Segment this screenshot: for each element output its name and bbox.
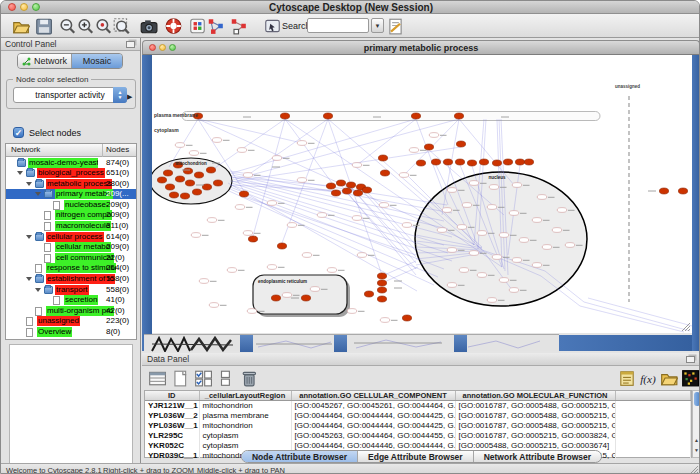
select-nodes-checkbox[interactable]: ✓	[13, 127, 24, 138]
tree-row[interactable]: macromolecule311(0)	[6, 221, 136, 232]
table-cell[interactable]: cytoplasm	[199, 441, 291, 451]
zoom-fit-icon[interactable]	[112, 17, 131, 35]
tree-row[interactable]: metabolic process280(0)	[6, 178, 136, 189]
tree-row[interactable]: mosaic-demo-yeast874(0)	[6, 157, 136, 168]
gene-node[interactable]	[206, 167, 215, 173]
gene-node[interactable]	[342, 188, 351, 194]
attribute-table-header[interactable]: ID_cellularLayoutRegionannotation.GO CEL…	[145, 391, 691, 401]
gene-node[interactable]	[659, 188, 668, 194]
gene-node[interactable]	[194, 172, 203, 178]
tree-row[interactable]: primary metabo209(...	[6, 189, 136, 200]
window-titlebar[interactable]: Cytoscape Desktop (New Session)	[1, 1, 700, 14]
gene-node[interactable]	[377, 273, 386, 279]
table-cell[interactable]: [GO:0016787, GO:0005488, GO:0005215, G..…	[455, 421, 615, 431]
background-windows-strip[interactable]	[144, 334, 559, 351]
gene-node[interactable]	[175, 176, 184, 182]
gene-node[interactable]	[323, 113, 332, 119]
disclosure-triangle-icon[interactable]	[26, 277, 32, 281]
table-cell[interactable]: [GO:0016787, GO:0005488, GO:0005215, G..…	[455, 401, 615, 411]
tree-row-label[interactable]: establishment of lo	[46, 274, 115, 284]
new-attribute-icon[interactable]	[171, 369, 189, 387]
gene-node[interactable]	[157, 177, 166, 183]
gene-node[interactable]	[524, 159, 533, 165]
column-header[interactable]: annotation.GO CELLULAR_COMPONENT	[291, 391, 455, 401]
help-icon[interactable]	[164, 17, 183, 35]
tree-row-label[interactable]: secretion	[64, 295, 98, 305]
network-view-2-icon[interactable]	[229, 17, 248, 35]
gene-node[interactable]	[331, 190, 340, 196]
tree-row[interactable]: cellular process614(0)	[6, 231, 136, 242]
table-row[interactable]: YKR052Ccytoplasm[GO:0044464, GO:0044446,…	[145, 441, 691, 451]
tree-row-label[interactable]: nitrogen compo	[55, 210, 112, 220]
gene-node[interactable]	[336, 180, 345, 186]
gene-node[interactable]	[192, 189, 201, 195]
select-attributes-icon[interactable]	[194, 369, 212, 387]
gene-node[interactable]	[271, 295, 280, 301]
table-cell[interactable]	[615, 421, 691, 431]
view-close-button[interactable]	[149, 44, 156, 51]
vizmapper-icon[interactable]	[263, 17, 282, 35]
network-view-1-icon[interactable]	[206, 17, 225, 35]
table-cell[interactable]: YPL036W__1	[145, 421, 199, 431]
tree-row-label[interactable]: cellular process	[46, 232, 104, 242]
tab-network-attribute-browser[interactable]: Network Attribute Browser	[474, 451, 601, 462]
tree-row[interactable]: unassigned223(0)	[6, 316, 136, 327]
gene-node[interactable]	[165, 184, 174, 190]
zoom-button[interactable]	[32, 3, 40, 11]
tree-row-label[interactable]: macromolecule	[55, 221, 111, 231]
gene-node[interactable]	[503, 159, 512, 165]
tree-row[interactable]: biological_process651(0)	[6, 168, 136, 179]
tree-row[interactable]: transport558(0)	[6, 284, 136, 295]
node-color-combobox[interactable]: transporter activity ▲▼	[13, 87, 127, 103]
import-attributes-icon[interactable]	[660, 369, 678, 387]
table-cell[interactable]	[615, 441, 691, 451]
scrollbar-thumb[interactable]	[694, 392, 700, 406]
frame-resize-grip[interactable]	[680, 321, 691, 332]
attribute-grid-icon[interactable]	[188, 17, 207, 35]
table-cell[interactable]: YLR295C	[145, 431, 199, 441]
gene-node[interactable]	[169, 192, 178, 198]
network-canvas[interactable]: plasma membrane cytoplasm mitochondrion …	[152, 55, 692, 333]
plasma-membrane-compartment[interactable]	[182, 112, 600, 121]
gene-node[interactable]	[346, 182, 355, 188]
view-zoom-button[interactable]	[169, 44, 176, 51]
table-row[interactable]: YLR295Ccytoplasm[GO:0045263, GO:0044464,…	[145, 431, 691, 441]
attribute-table-icon[interactable]	[148, 369, 166, 387]
search-input[interactable]	[307, 18, 369, 33]
gene-node[interactable]	[183, 168, 192, 174]
gene-node[interactable]	[326, 183, 335, 189]
gene-node[interactable]	[443, 159, 452, 165]
tree-row-label[interactable]: cellular metabo	[55, 242, 111, 252]
table-row[interactable]: YJR121W__1mitochondrion[GO:0045267, GO:0…	[145, 401, 691, 411]
zoom-out-icon[interactable]	[58, 17, 77, 35]
tab-edge-attribute-browser[interactable]: Edge Attribute Browser	[358, 451, 474, 462]
gene-node[interactable]	[163, 170, 172, 176]
gene-node[interactable]	[431, 159, 440, 165]
tree-row-label[interactable]: biological_process	[37, 168, 105, 178]
network-graph[interactable]: plasma membrane cytoplasm mitochondrion …	[152, 55, 692, 333]
table-cell[interactable]: [GO:0005488, GO:0005215, GO:0003674]	[455, 441, 615, 451]
gene-node[interactable]	[301, 295, 310, 301]
tree-row-label[interactable]: mosaic-demo-yeast	[28, 158, 98, 168]
tree-row-label[interactable]: nucleobase-	[64, 200, 110, 210]
snapshot-icon[interactable]	[139, 17, 158, 35]
gene-node[interactable]	[185, 180, 194, 186]
gene-node[interactable]	[678, 188, 687, 194]
birdseye-overview-panel[interactable]	[9, 344, 133, 474]
gene-node[interactable]	[377, 287, 386, 293]
tree-row[interactable]: cellular metabo209(0)	[6, 242, 136, 253]
table-cell[interactable]: mitochondrion	[199, 401, 291, 411]
table-cell[interactable]: [GO:0044464, GO:0044446, GO:0044444, G..…	[291, 441, 455, 451]
tree-row-label[interactable]: primary metabo	[55, 189, 113, 199]
float-panel-icon[interactable]	[126, 41, 135, 48]
gene-node[interactable]	[424, 144, 433, 150]
gene-node[interactable]	[377, 296, 386, 302]
tree-row-label[interactable]: transport	[55, 285, 89, 295]
table-row[interactable]: YPL036W__2plasma membrane[GO:0044464, GO…	[145, 411, 691, 421]
table-cell[interactable]: [GO:0044464, GO:0044444, GO:0044425, G..…	[291, 411, 455, 421]
disclosure-triangle-icon[interactable]	[26, 235, 32, 239]
gene-node[interactable]	[479, 159, 488, 165]
table-cell[interactable]: YPL036W__2	[145, 411, 199, 421]
delete-attribute-icon[interactable]	[240, 369, 258, 387]
tree-col-divider[interactable]	[102, 144, 103, 157]
